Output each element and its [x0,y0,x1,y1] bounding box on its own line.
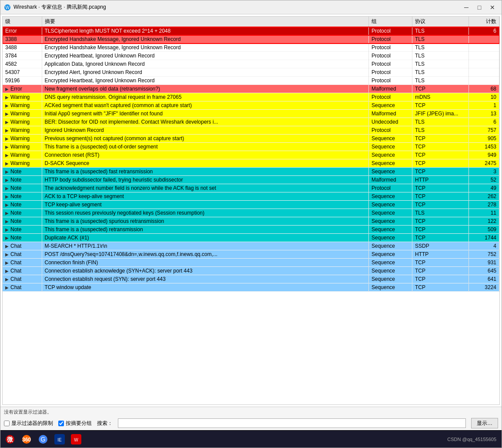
table-row[interactable]: ▶ NoteDuplicate ACK (#1)SequenceTCP1744 [3,234,499,242]
expand-arrow-icon[interactable]: ▶ [5,269,10,273]
table-row[interactable]: ▶ WarningThis frame is a (suspected) out… [3,143,499,151]
taskbar-item-1[interactable]: 微 [2,431,18,447]
expand-arrow-icon[interactable]: ▶ [5,244,10,249]
cell-group: Sequence [369,259,412,267]
expand-arrow-icon[interactable]: ▶ [5,161,10,166]
expand-arrow-icon[interactable]: ▶ [5,128,10,133]
taskbar-item-5[interactable]: W [68,431,84,447]
expand-arrow-icon[interactable]: ▶ [5,169,10,174]
expand-arrow-icon[interactable]: ▶ [5,211,10,216]
group-by-summary-checkbox-label[interactable]: 按摘要分组 [58,420,92,427]
close-button[interactable]: ✕ [487,3,498,12]
cell-level: ▶ Chat [3,242,42,250]
table-row[interactable]: ▶ NoteThis session reuses previously neg… [3,209,499,217]
cell-message: The acknowledgment number field is nonze… [42,184,369,192]
app-icon: W [4,4,11,11]
taskbar-item-2[interactable]: 360 [19,431,34,447]
table-row[interactable]: 54307Encrypted Alert, Ignored Unknown Re… [3,68,499,77]
cell-level: ▶ Warning [3,93,42,101]
cell-protocol: TLS [412,126,469,135]
expand-arrow-icon[interactable]: ▶ [5,285,10,290]
cell-message: This frame is a (suspected) fast retrans… [42,168,369,176]
table-row[interactable]: ▶ NoteThis frame is a (suspected) fast r… [3,168,499,176]
table-row[interactable]: ▶ ChatTCP window updateSequenceTCP3224 [3,283,499,292]
expand-arrow-icon[interactable]: ▶ [5,236,10,240]
expand-arrow-icon[interactable]: ▶ [5,136,10,141]
table-row[interactable]: ▶ ChatPOST /dnsQuery?seq=107417408&dn=,w… [3,250,499,259]
table-row[interactable]: ▶ NoteThis frame is a (suspected) retran… [3,226,499,234]
cell-group: Undecoded [369,118,412,126]
expand-arrow-icon[interactable]: ▶ [5,202,10,207]
expand-arrow-icon[interactable]: ▶ [5,252,10,257]
table-row[interactable]: ▶ ChatConnection establish acknowledge (… [3,267,499,275]
cell-group: Protocol [369,184,412,192]
cell-count: 645 [469,267,499,275]
cell-level: ▶ Note [3,168,42,176]
taskbar-item-4[interactable]: IE [52,431,67,447]
table-row[interactable]: ▶ NoteHTTP body subdissector failed, try… [3,176,499,184]
header-count: 计数 [469,17,499,27]
table-row[interactable]: ▶ NoteThis frame is a (suspected) spurio… [3,217,499,226]
taskbar-item-3[interactable]: G [35,431,51,447]
expand-arrow-icon[interactable]: ▶ [5,277,10,282]
filter-limit-checkbox-label[interactable]: 显示过滤器的限制 [4,420,53,427]
filter-limit-checkbox[interactable] [4,421,10,426]
cell-message: TCP window update [42,283,369,292]
cell-count [469,77,499,85]
table-row[interactable]: ▶ ChatConnection establish request (SYN)… [3,275,499,283]
table-row[interactable]: 3488Encrypted Handshake Message, Ignored… [3,44,499,52]
cell-level: ▶ Warning [3,151,42,159]
title-bar: W Wireshark · 专家信息 · 腾讯新闻.pcapng ─ □ ✕ [0,0,502,14]
expand-arrow-icon[interactable]: ▶ [5,145,10,149]
expand-arrow-icon[interactable]: ▶ [5,95,10,100]
table-row[interactable]: ▶ ErrorNew fragment overlaps old data (r… [3,85,499,93]
expand-arrow-icon[interactable]: ▶ [5,186,10,191]
cell-protocol: TLS [412,27,469,35]
table-row[interactable]: 59196Encrypted Heartbeat, Ignored Unknow… [3,77,499,85]
table-row[interactable]: ▶ NoteThe acknowledgment number field is… [3,184,499,192]
expand-arrow-icon[interactable]: ▶ [5,227,10,232]
expand-arrow-icon[interactable]: ▶ [5,219,10,224]
search-input[interactable] [118,418,466,428]
table-row[interactable]: ▶ WarningIgnored Unknown RecordProtocolT… [3,126,499,135]
cell-protocol: TCP [412,168,469,176]
table-row[interactable]: 4582Application Data, Ignored Unknown Re… [3,60,499,68]
cell-group: Sequence [369,217,412,226]
show-button[interactable]: 显示… [471,418,498,428]
table-row[interactable]: ▶ WarningD-SACK SequenceSequenceTCP2475 [3,159,499,168]
cell-group: Sequence [369,226,412,234]
minimize-button[interactable]: ─ [461,3,472,12]
table-row[interactable]: ▶ WarningPrevious segment(s) not capture… [3,135,499,143]
expand-arrow-icon[interactable]: ▶ [5,111,10,116]
cell-protocol: TCP [412,101,469,110]
expand-arrow-icon[interactable]: ▶ [5,153,10,158]
svg-text:W: W [74,438,78,442]
table-row[interactable]: ▶ WarningACKed segment that wasn't captu… [3,101,499,110]
table-row[interactable]: ▶ NoteACK to a TCP keep-alive segmentSeq… [3,192,499,201]
table-row[interactable]: ErrorTLSCiphertext length MUST NOT excee… [3,27,499,35]
table-row[interactable]: ▶ WarningBER: Dissector for OID not impl… [3,118,499,126]
expand-arrow-icon[interactable]: ▶ [5,87,10,91]
table-row[interactable]: ▶ WarningDNS query retransmission. Origi… [3,93,499,101]
expand-arrow-icon[interactable]: ▶ [5,260,10,265]
group-by-summary-checkbox[interactable] [58,421,64,426]
expand-arrow-icon[interactable]: ▶ [5,194,10,199]
cell-message: Duplicate ACK (#1) [42,234,369,242]
expand-arrow-icon[interactable]: ▶ [5,120,10,125]
expand-arrow-icon[interactable]: ▶ [5,178,10,182]
bottom-controls: 显示过滤器的限制 按摘要分组 搜索： 显示… [4,418,498,428]
cell-count: 757 [469,126,499,135]
table-row[interactable]: ▶ WarningInitial App0 segment with "JFIF… [3,110,499,118]
cell-message: HTTP body subdissector failed, trying he… [42,176,369,184]
cell-group: Sequence [369,283,412,292]
table-row[interactable]: ▶ ChatM-SEARCH * HTTP/1.1\r\nSequenceSSD… [3,242,499,250]
table-row[interactable]: ▶ NoteTCP keep-alive segmentSequenceTCP2… [3,201,499,209]
table-row[interactable]: 3784Encrypted Heartbeat, Ignored Unknown… [3,52,499,60]
cell-message: Connection establish acknowledge (SYN+AC… [42,267,369,275]
table-row[interactable]: 3388Encrypted Handshake Message, Ignored… [3,35,499,44]
table-row[interactable]: ▶ WarningConnection reset (RST)SequenceT… [3,151,499,159]
table-row[interactable]: ▶ ChatConnection finish (FIN)SequenceTCP… [3,259,499,267]
expand-arrow-icon[interactable]: ▶ [5,103,10,108]
cell-message: Encrypted Handshake Message, Ignored Unk… [42,44,369,52]
maximize-button[interactable]: □ [474,3,485,12]
